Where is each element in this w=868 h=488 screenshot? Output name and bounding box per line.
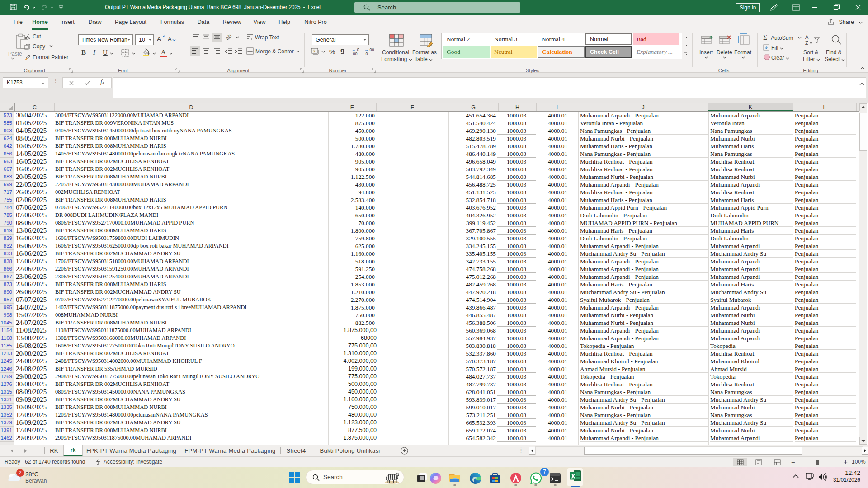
svg-text:$: $ (313, 49, 315, 53)
svg-text:A: A (805, 34, 809, 40)
svg-text:Z: Z (805, 40, 808, 46)
svg-text:ab: ab (226, 33, 233, 41)
